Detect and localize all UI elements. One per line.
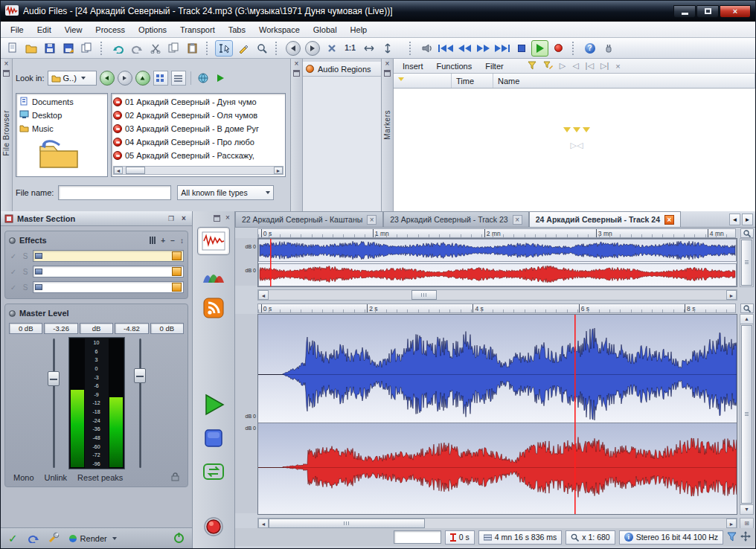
strip-stop-button[interactable]: [197, 424, 230, 452]
scroll-right-icon[interactable]: ►: [274, 167, 283, 174]
scroll-up-icon[interactable]: ▲: [740, 315, 753, 324]
folder-item[interactable]: Documents: [18, 95, 106, 109]
zoom-one-to-one-button[interactable]: 1:1: [342, 40, 359, 57]
scroll-thumb[interactable]: [126, 167, 145, 174]
overview-vscrollbar[interactable]: [740, 238, 754, 287]
zoom-fit-vertical-button[interactable]: [379, 40, 396, 57]
menu-options[interactable]: Options: [132, 24, 173, 36]
cursor-position-field[interactable]: 0 s: [445, 530, 475, 545]
scroll-left-icon[interactable]: ◄: [258, 290, 269, 300]
marker-filter-funnel-icon[interactable]: [528, 61, 536, 71]
scroll-left-icon[interactable]: ◄: [258, 518, 269, 528]
auto-play-button[interactable]: [214, 71, 228, 86]
tab-close-icon[interactable]: ×: [513, 215, 522, 225]
copy-button[interactable]: [165, 40, 182, 57]
new-file-button[interactable]: [4, 40, 21, 57]
overview-waveform[interactable]: [257, 238, 737, 287]
left-fader[interactable]: [48, 337, 60, 469]
remote-control-button[interactable]: [600, 40, 617, 57]
grid-view-button[interactable]: [153, 71, 168, 86]
scroll-thumb[interactable]: [269, 518, 425, 528]
document-tab[interactable]: 22 Аркадий Северный - Каштаны×: [235, 211, 383, 227]
file-item[interactable]: 04 Аркадий Северный - Про любо: [113, 135, 284, 149]
effect-slot-field[interactable]: [33, 266, 184, 277]
close-panel-icon[interactable]: ×: [179, 215, 188, 222]
audio-format-field[interactable]: i Stereo 16 bit 44 100 Hz: [619, 530, 723, 545]
menu-file[interactable]: File: [4, 24, 31, 36]
file-type-dropdown[interactable]: All known file types: [177, 185, 274, 200]
scroll-down-icon[interactable]: ▼: [740, 504, 753, 514]
dock-pin-icon[interactable]: [3, 70, 10, 77]
markers-menu-filter[interactable]: Filter: [479, 61, 509, 71]
add-effect-icon[interactable]: +: [161, 237, 165, 245]
loudness-view-button[interactable]: [197, 294, 230, 322]
dock-pin-icon[interactable]: [384, 70, 391, 77]
waveform-view-button[interactable]: [197, 227, 230, 255]
delete-marker-icon[interactable]: ×: [615, 62, 620, 71]
slot-enable-icon[interactable]: ✓: [9, 268, 18, 276]
go-to-start-button[interactable]: [437, 40, 455, 57]
overview-ruler[interactable]: 0 s1 mn2 mn3 mn4 mn: [257, 228, 736, 238]
close-panel-icon[interactable]: ×: [292, 60, 301, 68]
file-item[interactable]: 05 Аркадий Северный - Расскажу,: [113, 149, 284, 162]
document-tab[interactable]: 23 Аркадий Северный - Track 23×: [383, 211, 528, 227]
effect-slot-field[interactable]: [33, 281, 184, 293]
dock-pin-icon[interactable]: [293, 70, 300, 77]
apply-check-icon[interactable]: ✓: [8, 532, 18, 545]
main-waveform-canvas[interactable]: [258, 315, 737, 514]
menu-workspace[interactable]: Workspace: [252, 24, 307, 36]
dock-pin-icon[interactable]: [214, 215, 220, 222]
close-button[interactable]: ×: [720, 5, 751, 18]
unlink-toggle[interactable]: Unlink: [45, 473, 68, 482]
reorder-icon[interactable]: [150, 237, 156, 244]
spectrum-view-button[interactable]: [197, 260, 230, 289]
go-to-end-button[interactable]: [493, 40, 511, 57]
refresh-world-button[interactable]: [196, 71, 211, 86]
navigate-forward-button[interactable]: [304, 40, 321, 57]
main-ruler[interactable]: 0 s2 s4 s6 s8 s: [257, 304, 736, 313]
zoom-fit-horizontal-button[interactable]: [360, 40, 377, 57]
overview-zoom-button[interactable]: [740, 228, 754, 238]
audio-regions-body[interactable]: [303, 77, 381, 211]
folder-item[interactable]: Desktop: [18, 109, 106, 122]
play-button[interactable]: [531, 40, 548, 57]
move-updown-icon[interactable]: ↕: [180, 237, 184, 245]
file-list-box[interactable]: 01 Аркадий Северный - Дуня чумо02 Аркади…: [111, 93, 286, 177]
rewind-button[interactable]: [456, 40, 473, 57]
close-panel-icon[interactable]: ×: [2, 60, 11, 68]
name-column-header[interactable]: Name: [493, 74, 755, 88]
selection-tool-button[interactable]: [215, 40, 233, 57]
markers-table-body[interactable]: ▷◁: [394, 89, 755, 211]
marker-type-column[interactable]: [394, 74, 452, 88]
zoom-tool-button[interactable]: [253, 40, 270, 57]
slot-preset-button[interactable]: [172, 251, 182, 260]
menu-tabs[interactable]: Tabs: [222, 24, 252, 36]
settings-wrench-icon[interactable]: [48, 532, 60, 545]
strip-play-button[interactable]: [197, 391, 230, 419]
record-button[interactable]: [550, 40, 567, 57]
zoom-ratio-field[interactable]: x 1: 680: [566, 530, 615, 545]
scroll-right-icon[interactable]: ►: [726, 518, 737, 528]
menu-edit[interactable]: Edit: [31, 24, 58, 36]
tab-close-icon[interactable]: ×: [664, 215, 674, 225]
undo-button[interactable]: [109, 40, 126, 57]
right-fader-handle[interactable]: [134, 368, 146, 383]
right-fader[interactable]: [134, 337, 146, 469]
slot-solo-toggle[interactable]: S: [21, 283, 30, 292]
main-waveform[interactable]: [257, 314, 737, 515]
scroll-thumb[interactable]: [741, 240, 752, 286]
browser-forward-button[interactable]: [118, 71, 132, 86]
close-wave-panel-icon[interactable]: ×: [223, 214, 232, 222]
float-panel-icon[interactable]: ❐: [167, 215, 176, 222]
browser-up-button[interactable]: [135, 71, 150, 86]
resize-corner[interactable]: ⊞: [740, 518, 754, 529]
time-column-header[interactable]: Time: [452, 74, 493, 88]
markers-menu-insert[interactable]: Insert: [397, 61, 429, 71]
tab-scroll-left-icon[interactable]: ◄: [729, 214, 740, 225]
monitor-speaker-button[interactable]: [418, 40, 435, 57]
duplicate-button[interactable]: [78, 40, 95, 57]
previous-marker-icon[interactable]: ◁: [572, 61, 578, 71]
last-marker-icon[interactable]: ▷|: [600, 61, 609, 71]
overview-hscrollbar[interactable]: ◄ ►: [257, 289, 737, 301]
scroll-thumb[interactable]: [741, 325, 752, 504]
